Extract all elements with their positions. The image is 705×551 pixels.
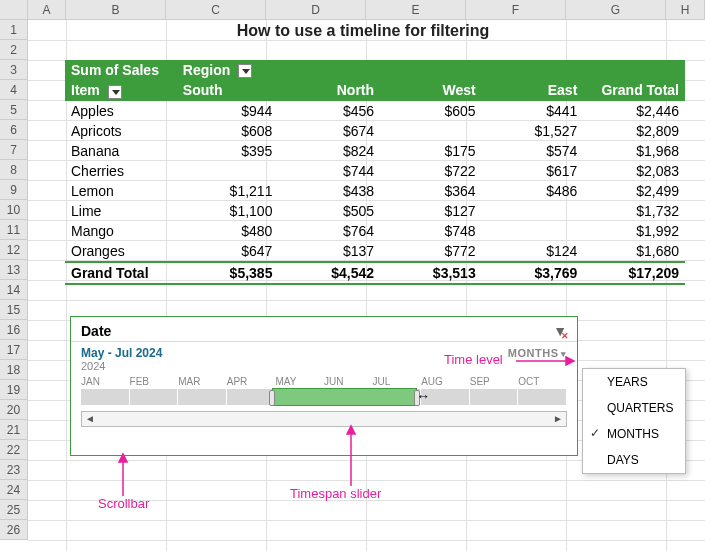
column-header[interactable]: C xyxy=(166,0,266,20)
dropdown-item-years[interactable]: YEARS xyxy=(583,369,685,395)
value-cell: $944 xyxy=(177,101,279,121)
column-header[interactable]: H xyxy=(666,0,705,20)
row-header[interactable]: 1 xyxy=(0,20,28,40)
row-header[interactable]: 25 xyxy=(0,500,28,520)
row-header[interactable]: 21 xyxy=(0,420,28,440)
row-header[interactable]: 3 xyxy=(0,60,28,80)
item-cell: Mango xyxy=(65,221,177,241)
item-cell: Lime xyxy=(65,201,177,221)
value-cell: $124 xyxy=(482,241,584,262)
timeline-selection[interactable] xyxy=(272,388,418,406)
annotation-timespan: Timespan slider xyxy=(290,486,381,501)
row-header[interactable]: 2 xyxy=(0,40,28,60)
item-cell: Lemon xyxy=(65,181,177,201)
row-header[interactable]: 24 xyxy=(0,480,28,500)
row-header[interactable]: 20 xyxy=(0,400,28,420)
timeline-track[interactable]: ↔ xyxy=(81,389,567,405)
value-cell: $824 xyxy=(278,141,380,161)
value-cell: $1,680 xyxy=(583,241,685,262)
region-header: North xyxy=(278,80,380,100)
selection-handle-left[interactable] xyxy=(269,390,275,406)
row-header[interactable]: 13 xyxy=(0,260,28,280)
row-header[interactable]: 17 xyxy=(0,340,28,360)
row-header[interactable]: 14 xyxy=(0,280,28,300)
row-header[interactable]: 12 xyxy=(0,240,28,260)
month-tick: OCT xyxy=(518,376,567,387)
item-filter-button[interactable] xyxy=(108,85,122,99)
grand-total-cell: $3,769 xyxy=(482,262,584,284)
value-cell: $722 xyxy=(380,161,482,181)
dropdown-item-days[interactable]: DAYS xyxy=(583,447,685,473)
row-header[interactable]: 18 xyxy=(0,360,28,380)
column-header[interactable]: B xyxy=(66,0,166,20)
table-row: Mango$480$764$748$1,992 xyxy=(65,221,685,241)
row-header[interactable]: 26 xyxy=(0,520,28,540)
timeline-range: May - Jul 2024 xyxy=(81,346,162,360)
month-tick: JUL xyxy=(373,376,422,387)
month-ticks: JANFEBMARAPRMAYJUNJULAUGSEPOCT xyxy=(71,372,577,387)
page-title: How to use a timeline for filtering xyxy=(28,22,698,40)
svg-marker-5 xyxy=(119,454,127,462)
table-row: Cherries$744$722$617$2,083 xyxy=(65,161,685,181)
resize-cursor-icon: ↔ xyxy=(416,388,430,404)
value-cell: $574 xyxy=(482,141,584,161)
svg-marker-3 xyxy=(347,426,355,434)
row-header[interactable]: 6 xyxy=(0,120,28,140)
value-cell: $744 xyxy=(278,161,380,181)
value-cell: $772 xyxy=(380,241,482,262)
sum-label: Sum of Sales xyxy=(65,60,177,80)
grand-total-label: Grand Total xyxy=(65,262,177,284)
table-row: Apples$944$456$605$441$2,446 xyxy=(65,101,685,121)
row-header[interactable]: 8 xyxy=(0,160,28,180)
region-header: South xyxy=(177,80,279,100)
value-cell: $441 xyxy=(482,101,584,121)
scroll-left-button[interactable]: ◄ xyxy=(82,412,98,426)
row-header[interactable]: 16 xyxy=(0,320,28,340)
item-cell: Apples xyxy=(65,101,177,121)
svg-marker-1 xyxy=(566,357,574,365)
region-filter-button[interactable] xyxy=(238,64,252,78)
row-header[interactable]: 11 xyxy=(0,220,28,240)
grand-total-cell: $5,385 xyxy=(177,262,279,284)
dropdown-item-quarters[interactable]: QUARTERS xyxy=(583,395,685,421)
scroll-right-button[interactable]: ► xyxy=(550,412,566,426)
column-header[interactable]: G xyxy=(566,0,666,20)
clear-filter-icon[interactable]: ▼ xyxy=(553,323,567,339)
table-row: Banana$395$824$175$574$1,968 xyxy=(65,141,685,161)
row-header[interactable]: 7 xyxy=(0,140,28,160)
month-tick: MAR xyxy=(178,376,227,387)
value-cell: $505 xyxy=(278,201,380,221)
row-header[interactable]: 22 xyxy=(0,440,28,460)
value-cell: $438 xyxy=(278,181,380,201)
annotation-scrollbar: Scrollbar xyxy=(98,496,149,511)
column-header[interactable]: E xyxy=(366,0,466,20)
timeline-scrollbar[interactable]: ◄ ► xyxy=(81,411,567,427)
value-cell: $486 xyxy=(482,181,584,201)
item-cell: Oranges xyxy=(65,241,177,262)
row-header[interactable]: 23 xyxy=(0,460,28,480)
item-cell: Banana xyxy=(65,141,177,161)
row-header[interactable]: 9 xyxy=(0,180,28,200)
value-cell: $748 xyxy=(380,221,482,241)
value-cell: $480 xyxy=(177,221,279,241)
column-header[interactable]: D xyxy=(266,0,366,20)
row-header[interactable]: 19 xyxy=(0,380,28,400)
row-header[interactable]: 4 xyxy=(0,80,28,100)
region-header: West xyxy=(380,80,482,100)
region-header: Grand Total xyxy=(583,80,685,100)
timeline-slicer[interactable]: Date ▼ May - Jul 2024 MONTHS 2024 JANFEB… xyxy=(70,316,578,456)
value-cell: $617 xyxy=(482,161,584,181)
row-header[interactable]: 5 xyxy=(0,100,28,120)
column-header[interactable]: F xyxy=(466,0,566,20)
time-level-dropdown[interactable]: YEARSQUARTERSMONTHSDAYS xyxy=(582,368,686,474)
row-header[interactable]: 15 xyxy=(0,300,28,320)
value-cell: $175 xyxy=(380,141,482,161)
dropdown-item-months[interactable]: MONTHS xyxy=(583,421,685,447)
value-cell: $674 xyxy=(278,121,380,141)
region-header: East xyxy=(482,80,584,100)
column-header[interactable]: A xyxy=(28,0,66,20)
value-cell: $364 xyxy=(380,181,482,201)
value-cell xyxy=(482,201,584,221)
row-header[interactable]: 10 xyxy=(0,200,28,220)
value-cell: $2,446 xyxy=(583,101,685,121)
